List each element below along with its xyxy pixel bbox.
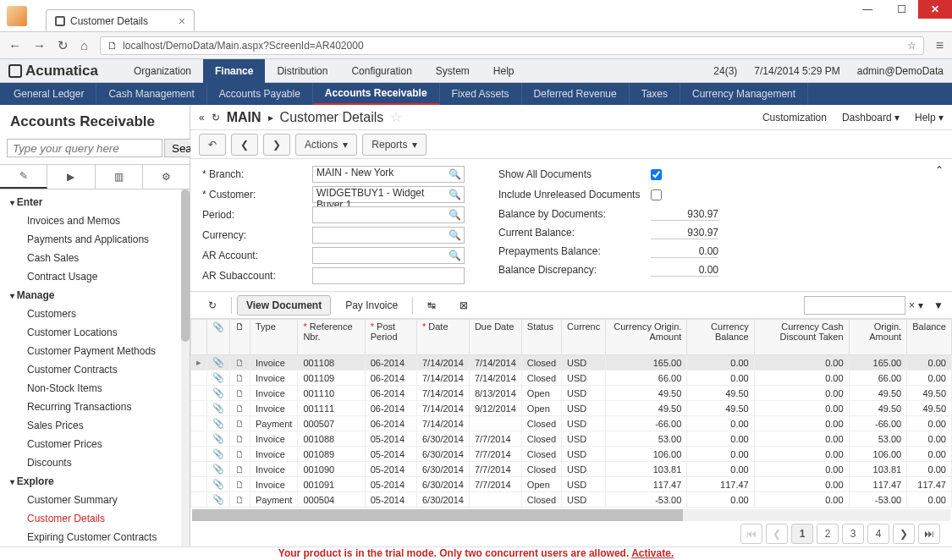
page-2[interactable]: 2	[817, 524, 839, 544]
star-icon[interactable]: ☆	[390, 109, 402, 125]
clear-filter-icon[interactable]: ×	[909, 299, 915, 311]
tree-group[interactable]: Explore	[0, 472, 190, 491]
sidebar-tree[interactable]: EnterInvoices and MemosPayments and Appl…	[0, 189, 190, 546]
page-4[interactable]: 4	[867, 524, 889, 544]
menu-distribution[interactable]: Distribution	[265, 59, 339, 83]
table-row[interactable]: 📎🗋Invoice00108805-20146/30/20147/7/2014C…	[191, 431, 952, 447]
tree-item[interactable]: Expiring Customer Contracts	[0, 528, 190, 546]
tree-item[interactable]: Customer Prices	[0, 435, 190, 453]
module-currency-management[interactable]: Currency Management	[680, 83, 808, 105]
customization-link[interactable]: Customization	[762, 112, 827, 124]
menu-system[interactable]: System	[424, 59, 482, 83]
table-row[interactable]: 📎🗋Invoice00111006-20147/14/20148/13/2014…	[191, 386, 952, 401]
pay-invoice-button[interactable]: Pay Invoice	[336, 295, 407, 316]
tree-item[interactable]: Customer Summary	[0, 491, 190, 509]
customer-input[interactable]: WIDGETBUY1 - Widget Buyer 1🔍	[312, 186, 465, 203]
include-unrel-checkbox[interactable]	[651, 189, 662, 200]
page-next[interactable]: ❯	[893, 524, 915, 544]
arsub-input[interactable]	[312, 267, 465, 284]
url-input[interactable]: 🗋 localhost/DemoData/Main.aspx?ScreenId=…	[100, 36, 924, 55]
module-taxes[interactable]: Taxes	[630, 83, 680, 105]
tab-edit[interactable]: ✎	[0, 165, 47, 189]
module-deferred-revenue[interactable]: Deferred Revenue	[522, 83, 630, 105]
tree-group[interactable]: Enter	[0, 193, 190, 211]
filter-icon[interactable]: ▼	[933, 299, 944, 311]
search-icon[interactable]: 🔍	[448, 250, 461, 261]
tree-item[interactable]: Customer Details	[0, 509, 190, 528]
export-icon[interactable]: ⊠	[450, 295, 477, 316]
notifications[interactable]: 24(3)	[713, 65, 737, 77]
show-all-checkbox[interactable]	[651, 169, 662, 180]
tree-item[interactable]: Sales Prices	[0, 416, 190, 435]
aracct-input[interactable]: 🔍	[312, 247, 465, 264]
module-fixed-assets[interactable]: Fixed Assets	[440, 83, 522, 105]
home-icon[interactable]: ⌂	[80, 38, 88, 52]
tree-item[interactable]: Contract Usage	[0, 267, 190, 286]
tree-item[interactable]: Customer Payment Methods	[0, 342, 190, 360]
horizontal-scrollbar[interactable]	[192, 509, 950, 521]
refresh-icon[interactable]: ↻	[212, 112, 220, 124]
fit-columns-icon[interactable]: ↹	[418, 295, 445, 316]
currency-input[interactable]: 🔍	[312, 227, 465, 244]
search-input[interactable]	[7, 139, 162, 157]
tree-item[interactable]: Invoices and Memos	[0, 211, 190, 230]
tree-item[interactable]: Payments and Applications	[0, 230, 190, 249]
menu-configuration[interactable]: Configuration	[339, 59, 423, 83]
tree-item[interactable]: Non-Stock Items	[0, 379, 190, 398]
table-row[interactable]: 📎🗋Invoice00111106-20147/14/20149/12/2014…	[191, 401, 952, 416]
module-accounts-receivable[interactable]: Accounts Receivable	[313, 83, 440, 105]
collapse-icon[interactable]: ⌃	[935, 164, 944, 176]
period-input[interactable]: 🔍	[312, 206, 465, 223]
star-icon[interactable]: ☆	[907, 40, 916, 52]
dashboard-link[interactable]: Dashboard ▾	[842, 112, 900, 124]
menu-icon[interactable]: ≡	[936, 38, 944, 53]
tree-item[interactable]: Customer Contracts	[0, 360, 190, 379]
grid-refresh-icon[interactable]: ↻	[199, 295, 226, 316]
collapse-sidebar-icon[interactable]: «	[199, 112, 205, 124]
forward-icon[interactable]: →	[33, 38, 46, 52]
window-minimize[interactable]: —	[850, 0, 884, 19]
cancel-button[interactable]: ↶	[199, 134, 226, 156]
tree-group[interactable]: Manage	[0, 286, 190, 305]
crumb-main[interactable]: MAIN	[227, 110, 261, 125]
menu-finance[interactable]: Finance	[203, 59, 265, 83]
tree-item[interactable]: Discounts	[0, 453, 190, 472]
search-icon[interactable]: 🔍	[448, 209, 461, 221]
page-1[interactable]: 1	[791, 524, 813, 544]
prev-button[interactable]: ❮	[231, 134, 258, 156]
next-button[interactable]: ❯	[263, 134, 290, 156]
branch-input[interactable]: MAIN - New York🔍	[312, 166, 465, 183]
module-accounts-payable[interactable]: Accounts Payable	[207, 83, 313, 105]
window-close[interactable]: ✕	[918, 0, 952, 19]
dropdown-icon[interactable]: ▾	[918, 299, 923, 311]
table-row[interactable]: 📎🗋Payment00050405-20146/30/2014ClosedUSD…	[191, 492, 952, 508]
search-icon[interactable]: 🔍	[448, 229, 461, 241]
logo[interactable]: Acumatica	[8, 63, 98, 80]
page-3[interactable]: 3	[842, 524, 864, 544]
page-prev[interactable]: ❮	[766, 524, 788, 544]
close-icon[interactable]: ×	[179, 14, 185, 28]
module-cash-management[interactable]: Cash Management	[96, 83, 206, 105]
tree-item[interactable]: Customers	[0, 305, 190, 323]
tab-settings[interactable]: ⚙	[143, 165, 190, 189]
grid[interactable]: 📎🗋TypeReference Nbr.Post PeriodDateDue D…	[190, 319, 952, 509]
module-general-ledger[interactable]: General Ledger	[2, 83, 96, 105]
activate-link[interactable]: Activate.	[631, 547, 674, 559]
tab-run[interactable]: ▶	[47, 165, 95, 189]
browser-tab[interactable]: Customer Details ×	[46, 9, 195, 31]
back-icon[interactable]: ←	[8, 38, 21, 52]
table-row[interactable]: 📎🗋Invoice00109105-20146/30/20147/7/2014O…	[191, 477, 952, 492]
page-first[interactable]: ⏮	[740, 524, 762, 544]
help-link[interactable]: Help ▾	[915, 112, 944, 124]
reports-button[interactable]: Reports ▾	[362, 134, 426, 156]
tree-item[interactable]: Recurring Transactions	[0, 398, 190, 416]
grid-filter-input[interactable]	[804, 296, 905, 315]
reload-icon[interactable]: ↻	[58, 38, 69, 53]
menu-help[interactable]: Help	[482, 59, 526, 83]
search-icon[interactable]: 🔍	[448, 189, 461, 200]
table-row[interactable]: ▸📎🗋Invoice00110806-20147/14/20147/14/201…	[191, 355, 952, 371]
tab-chart[interactable]: ▥	[96, 165, 143, 189]
table-row[interactable]: 📎🗋Payment00050706-20147/14/2014ClosedUSD…	[191, 416, 952, 431]
search-icon[interactable]: 🔍	[448, 168, 461, 180]
table-row[interactable]: 📎🗋Invoice00108905-20146/30/20147/7/2014C…	[191, 447, 952, 462]
